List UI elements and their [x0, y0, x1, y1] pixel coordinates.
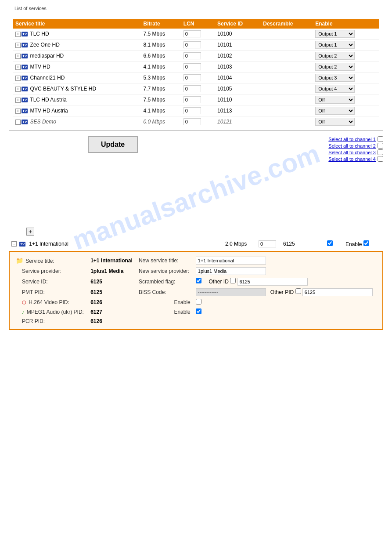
row-3-descramble — [260, 62, 313, 73]
detail-row-service-id: Service ID: 6125 Scrambled flag: Other I… — [13, 276, 379, 287]
row-0-lcn — [181, 29, 215, 40]
table-row: +TV MTV HD Austria4.1 Mbps10113Output 1O… — [13, 105, 379, 116]
new-service-provider-input[interactable] — [196, 267, 266, 275]
row-3-expand-btn[interactable]: + — [15, 65, 21, 70]
row-2-enable-select[interactable]: Output 1Output 2Output 3Output 4Off — [315, 52, 355, 60]
other-pid-label: Other PID — [270, 289, 294, 295]
row-3-lcn-input[interactable] — [183, 63, 201, 70]
row-1-expand-btn[interactable]: + — [15, 43, 21, 48]
detail-row-pmt: PMT PID: 6125 BISS Code: Other PID — [13, 287, 379, 297]
enable-video-label: Enable — [136, 297, 193, 307]
row-8-descramble — [260, 116, 313, 127]
new-service-provider-label: New service provider: — [136, 266, 193, 276]
row-2-expand-btn[interactable]: + — [15, 54, 21, 59]
row-0-enable: Output 1Output 2Output 3Output 4Off — [313, 29, 379, 40]
row-1-lcn-input[interactable] — [183, 41, 201, 48]
row-8-enable: Output 1Output 2Output 3Output 4Off — [313, 116, 379, 127]
row-2-lcn-input[interactable] — [183, 52, 201, 59]
audio-pid-label: ♪ MPEG1 Audio (ukr) PID: — [13, 307, 88, 317]
expanded-service-enable-checkbox[interactable] — [363, 240, 369, 246]
new-service-title-input[interactable] — [196, 257, 266, 265]
row-3-bitrate: 4.1 Mbps — [141, 62, 181, 73]
row-7-expand-btn[interactable]: + — [15, 109, 21, 114]
select-all-channel-1-checkbox[interactable] — [378, 136, 383, 142]
row-3-title: MTV HD — [30, 64, 50, 70]
row-6-enable-select[interactable]: Output 1Output 2Output 3Output 4Off — [315, 96, 355, 104]
row-0-enable-select[interactable]: Output 1Output 2Output 3Output 4Off — [315, 30, 355, 38]
row-7-bitrate: 4.1 Mbps — [141, 105, 181, 116]
enable-audio-checkbox[interactable] — [196, 308, 201, 314]
row-4-expand-btn[interactable]: + — [15, 76, 21, 81]
folder-icon: 📁 — [16, 257, 23, 264]
row-8-enable-select[interactable]: Output 1Output 2Output 3Output 4Off — [315, 118, 355, 126]
other-pid-input[interactable] — [302, 288, 373, 296]
row-8-lcn-input[interactable] — [183, 118, 201, 125]
row-1-enable-select[interactable]: Output 1Output 2Output 3Output 4Off — [315, 41, 355, 49]
row-2-descramble — [260, 51, 313, 62]
services-fieldset: List of services Service title Bitrate L… — [9, 9, 383, 131]
row-1-bitrate: 8.1 Mbps — [141, 40, 181, 51]
row-8-lcn — [181, 116, 215, 127]
select-all-row-4: Select all to channel 4 — [328, 156, 383, 162]
row-1-enable: Output 1Output 2Output 3Output 4Off — [313, 40, 379, 51]
row-6-descramble — [260, 94, 313, 105]
row-2-lcn — [181, 51, 215, 62]
row-6-bitrate: 7.5 Mbps — [141, 94, 181, 105]
expanded-service-lcn-input[interactable] — [259, 240, 276, 247]
video-pid-value: 6126 — [88, 297, 136, 307]
select-all-channel-3-checkbox[interactable] — [378, 149, 383, 155]
select-all-channel-3-link[interactable]: Select all to channel 3 — [328, 150, 376, 155]
biss-code-input[interactable] — [196, 288, 266, 296]
row-0-bitrate: 7.5 Mbps — [141, 29, 181, 40]
row-6-expand-btn[interactable]: + — [15, 98, 21, 103]
table-row: +TV Zee One HD8.1 Mbps10101Output 1Outpu… — [13, 40, 379, 51]
row-2-bitrate: 6.6 Mbps — [141, 51, 181, 62]
other-pid-checkbox[interactable] — [295, 288, 301, 294]
select-all-channel-2-link[interactable]: Select all to channel 2 — [328, 143, 376, 149]
row-3-enable-select[interactable]: Output 1Output 2Output 3Output 4Off — [315, 63, 355, 71]
row-2-sid: 10102 — [215, 51, 260, 62]
row-4-descramble — [260, 73, 313, 83]
biss-code-label: BISS Code: — [136, 287, 193, 297]
row-5-lcn-input[interactable] — [183, 85, 201, 92]
col-service-title: Service title — [13, 19, 141, 29]
scrambled-flag-cell: Other ID — [193, 276, 379, 287]
table-header-row: Service title Bitrate LCN Service ID Des… — [13, 19, 379, 29]
row-7-sid: 10113 — [215, 105, 260, 116]
row-6-sid: 10110 — [215, 94, 260, 105]
row-5-title-cell: +TV QVC BEAUTY & STYLE HD — [13, 83, 141, 94]
expanded-service-main-row: − TV 1+1 International 2.0 Mbps 6125 Ena… — [9, 239, 383, 249]
row-8-tv-icon: TV — [22, 120, 28, 124]
row-0-expand-btn[interactable]: + — [15, 32, 21, 37]
biss-code-cell: Other PID — [193, 287, 379, 297]
select-all-container: Select all to channel 1 Select all to ch… — [328, 136, 383, 162]
row-5-enable: Output 1Output 2Output 3Output 4Off — [313, 83, 379, 94]
row-4-lcn-input[interactable] — [183, 74, 201, 81]
other-id-checkbox[interactable] — [230, 278, 236, 283]
select-all-channel-4-link[interactable]: Select all to channel 4 — [328, 156, 376, 162]
service-title-value: 1+1 International — [88, 255, 136, 266]
other-id-input[interactable] — [237, 278, 308, 286]
row-0-lcn-input[interactable] — [183, 30, 201, 37]
row-1-descramble — [260, 40, 313, 51]
select-all-channel-4-checkbox[interactable] — [378, 156, 383, 162]
row-5-enable-select[interactable]: Output 1Output 2Output 3Output 4Off — [315, 85, 355, 93]
scrambled-flag-checkbox[interactable] — [196, 278, 201, 283]
row-5-expand-btn[interactable]: + — [15, 87, 21, 92]
row-7-lcn-input[interactable] — [183, 107, 201, 114]
expanded-service-enable-container: Enable — [345, 240, 381, 247]
update-button[interactable]: Update — [88, 136, 138, 153]
collapse-button[interactable]: − — [11, 241, 17, 247]
row-7-enable-select[interactable]: Output 1Output 2Output 3Output 4Off — [315, 107, 355, 115]
select-all-channel-1-link[interactable]: Select all to channel 1 — [328, 137, 376, 142]
row-8-title-cell: TV SES Demo — [13, 116, 141, 127]
enable-video-checkbox[interactable] — [196, 299, 201, 305]
select-all-channel-2-checkbox[interactable] — [378, 143, 383, 149]
row-4-enable-select[interactable]: Output 1Output 2Output 3Output 4Off — [315, 74, 355, 82]
update-row: Update Select all to channel 1 Select al… — [9, 136, 383, 162]
expanded-service-descramble-checkbox[interactable] — [327, 240, 333, 246]
add-button[interactable]: + — [26, 228, 34, 236]
row-5-sid: 10105 — [215, 83, 260, 94]
row-6-lcn-input[interactable] — [183, 96, 201, 103]
detail-panel: 📁 Service title: 1+1 International New s… — [9, 251, 383, 330]
